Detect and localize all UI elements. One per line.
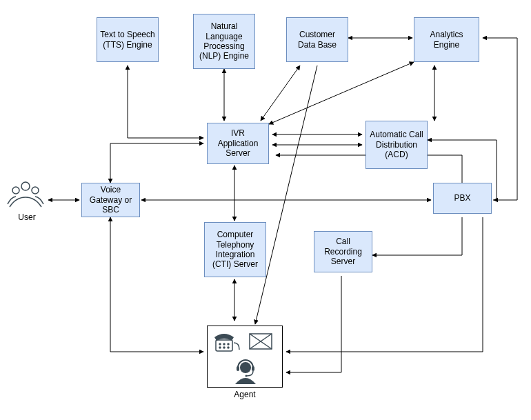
user-label: User — [10, 212, 44, 222]
svg-point-17 — [223, 343, 225, 345]
svg-line-5 — [255, 66, 317, 324]
svg-rect-15 — [216, 340, 232, 351]
node-pbx-label: PBX — [454, 193, 470, 203]
node-voice-gateway: Voice Gateway or SBC — [81, 183, 140, 217]
svg-line-3 — [261, 66, 300, 121]
svg-point-20 — [223, 347, 225, 348]
node-cti: Computer Telephony Integration (CTI) Ser… — [204, 222, 266, 277]
node-customer-db: Customer Data Base — [286, 17, 348, 62]
node-call-recording: Call Recording Server — [314, 231, 372, 272]
node-voice-gateway-label: Voice Gateway or SBC — [85, 185, 137, 214]
svg-rect-27 — [252, 366, 254, 371]
svg-point-18 — [228, 343, 229, 345]
node-nlp-label: Natural Language Processing (NLP) Engine — [197, 21, 252, 61]
envelope-icon — [249, 333, 272, 350]
node-acd: Automatic Call Distribution (ACD) — [365, 121, 428, 169]
node-ivr-label: IVR Application Server — [210, 128, 266, 158]
node-analytics: Analytics Engine — [414, 17, 479, 62]
svg-point-14 — [32, 187, 39, 194]
node-acd-label: Automatic Call Distribution (ACD) — [369, 130, 424, 159]
node-tts-label: Text to Speech (TTS) Engine — [100, 30, 155, 50]
svg-point-13 — [12, 187, 19, 194]
user-icon — [7, 179, 45, 210]
svg-point-25 — [240, 362, 251, 373]
svg-point-21 — [228, 347, 229, 348]
telephone-icon — [213, 330, 241, 354]
svg-point-16 — [219, 343, 221, 345]
node-call-recording-label: Call Recording Server — [317, 237, 369, 266]
svg-point-19 — [219, 347, 221, 348]
agent-label: Agent — [207, 390, 283, 399]
svg-point-12 — [21, 182, 30, 190]
node-agent — [207, 326, 283, 388]
diagram-canvas: User Text to Speech (TTS) Engine Natural… — [0, 0, 531, 420]
svg-rect-26 — [237, 366, 239, 371]
node-nlp: Natural Language Processing (NLP) Engine — [193, 14, 255, 69]
headset-agent-icon — [232, 358, 259, 386]
svg-point-28 — [246, 375, 248, 377]
node-analytics-label: Analytics Engine — [417, 30, 476, 50]
node-customer-db-label: Customer Data Base — [290, 30, 345, 50]
svg-line-6 — [269, 62, 414, 124]
node-tts: Text to Speech (TTS) Engine — [97, 17, 159, 62]
node-pbx: PBX — [433, 183, 492, 214]
node-ivr: IVR Application Server — [207, 123, 269, 164]
node-cti-label: Computer Telephony Integration (CTI) Ser… — [208, 230, 263, 270]
